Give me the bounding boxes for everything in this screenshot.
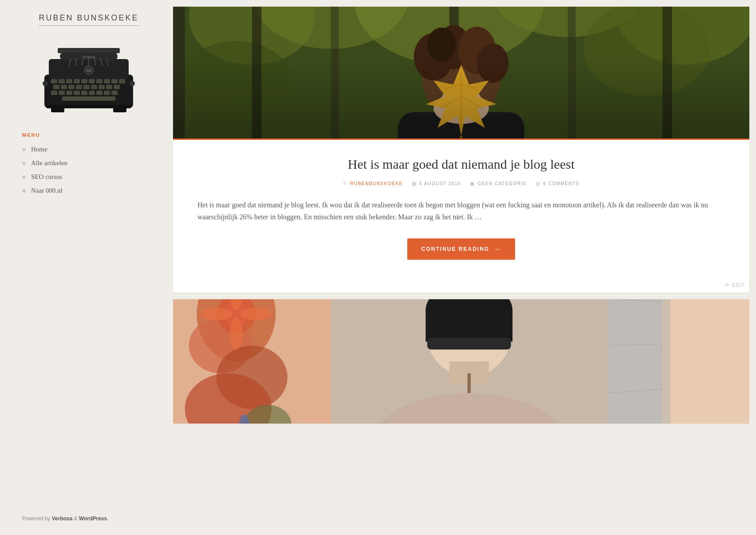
svg-rect-24 (51, 91, 57, 95)
svg-point-89 (201, 308, 232, 320)
sidebar-nav: MENU Home Alle artikelen SEO cursus Naar… (22, 132, 67, 212)
comments-icon: ▤ (536, 181, 541, 186)
continue-reading-label: CONTINUE READING (421, 246, 489, 252)
svg-point-88 (230, 318, 242, 350)
category-icon: ▣ (470, 181, 475, 186)
svg-rect-7 (66, 79, 72, 83)
svg-rect-21 (98, 85, 105, 89)
menu-label: MENU (22, 132, 67, 138)
sidebar: RUBEN BUNSKOEKE Verbosa (0, 0, 173, 535)
nav-link-home[interactable]: Home (31, 146, 47, 153)
date-value: 6 AUGUST 2016 (419, 181, 461, 186)
svg-rect-23 (114, 85, 120, 89)
svg-rect-33 (62, 96, 115, 101)
svg-rect-15 (53, 85, 59, 89)
nav-dot (22, 148, 26, 151)
svg-line-77 (461, 84, 477, 88)
svg-rect-29 (89, 91, 95, 95)
nav-link-naar-000[interactable]: Naar 000.nl (31, 187, 63, 194)
pencil-icon: ✏ (725, 282, 730, 288)
svg-point-90 (240, 308, 272, 320)
comments-value: 6 COMMENTS (543, 181, 579, 186)
svg-rect-30 (96, 91, 102, 95)
svg-point-54 (583, 7, 710, 96)
meta-category: ▣ GEEN CATEGORIE (470, 181, 527, 186)
svg-rect-10 (89, 79, 95, 83)
svg-rect-12 (104, 79, 110, 83)
nav-link-alle-artikelen[interactable]: Alle artikelen (31, 159, 67, 167)
svg-rect-58 (331, 7, 339, 139)
post-card-2 (173, 299, 749, 424)
powered-by: Powered by Verbosa & WordPress. (22, 515, 109, 522)
meta-date: ▦ 6 AUGUST 2016 (412, 181, 461, 186)
main-content: Het is maar goed dat niemand je blog lee… (173, 0, 756, 535)
svg-rect-102 (427, 338, 511, 350)
svg-rect-57 (252, 7, 261, 139)
wordpress-link[interactable]: WordPress (79, 515, 107, 522)
post-excerpt-1: Het is maar goed dat niemand je blog lee… (197, 199, 725, 223)
nav-item-seo-cursus[interactable]: SEO cursus (22, 173, 67, 181)
arrow-icon: → (494, 246, 501, 253)
edit-link-1[interactable]: ✏ EDIT (725, 282, 745, 288)
svg-rect-5 (51, 79, 57, 83)
post-card-1: Het is maar goed dat niemand je blog lee… (173, 7, 749, 293)
svg-rect-8 (74, 79, 80, 83)
svg-rect-20 (91, 85, 97, 89)
svg-rect-71 (441, 92, 481, 116)
svg-rect-14 (119, 79, 125, 83)
svg-rect-22 (106, 85, 112, 89)
author-icon: ✎ (343, 181, 348, 186)
nav-dot (22, 162, 26, 165)
category-value: GEEN CATEGORIE (478, 181, 527, 186)
svg-rect-43 (47, 105, 131, 108)
svg-rect-17 (68, 85, 75, 89)
svg-rect-19 (83, 85, 90, 89)
post-meta-1: ✎ RUBENBUNSKOEKE ▦ 6 AUGUST 2016 ▣ GEEN … (197, 181, 725, 186)
svg-rect-32 (111, 91, 118, 95)
continue-reading-wrapper: CONTINUE READING → (197, 238, 725, 260)
nav-dot (22, 175, 26, 179)
site-title: RUBEN BUNSKOEKE (39, 13, 138, 26)
svg-rect-63 (398, 112, 524, 139)
svg-point-55 (181, 41, 291, 120)
svg-rect-109 (607, 299, 670, 424)
svg-rect-18 (76, 85, 82, 89)
post-title-1: Het is maar goed dat niemand je blog lee… (197, 155, 725, 173)
edit-label: EDIT (732, 282, 745, 288)
svg-line-75 (461, 96, 481, 108)
typewriter-image: Verbosa (35, 35, 142, 119)
post-footer-1: ✏ EDIT (173, 282, 749, 293)
svg-rect-61 (662, 7, 672, 139)
nav-item-naar-000[interactable]: Naar 000.nl (22, 187, 67, 194)
svg-rect-6 (59, 79, 65, 83)
svg-rect-60 (568, 7, 576, 139)
post-hero-image-1 (173, 7, 749, 140)
nav-link-seo-cursus[interactable]: SEO cursus (31, 173, 62, 181)
svg-rect-16 (61, 85, 67, 89)
svg-rect-13 (111, 79, 118, 83)
svg-rect-27 (74, 91, 80, 95)
svg-point-69 (427, 28, 456, 62)
meta-author: ✎ RUBENBUNSKOEKE (343, 181, 403, 186)
post-body-1: Het is maar goed dat niemand je blog lee… (173, 140, 749, 282)
verbosa-link[interactable]: Verbosa (52, 515, 73, 522)
meta-comments: ▤ 6 COMMENTS (536, 181, 579, 186)
svg-point-70 (433, 92, 489, 124)
svg-line-74 (441, 96, 461, 108)
nav-item-alle-artikelen[interactable]: Alle artikelen (22, 159, 67, 167)
svg-point-44 (43, 81, 48, 86)
nav-item-home[interactable]: Home (22, 146, 67, 153)
author-value: RUBENBUNSKOEKE (350, 181, 402, 186)
post-hero-image-2 (173, 299, 749, 424)
svg-rect-25 (59, 91, 65, 95)
svg-rect-101 (425, 310, 512, 342)
nav-list: Home Alle artikelen SEO cursus Naar 000.… (22, 146, 67, 194)
nav-dot (22, 189, 26, 193)
calendar-icon: ▦ (412, 181, 417, 186)
svg-text:RB: RB (86, 69, 91, 73)
svg-point-68 (477, 44, 508, 83)
svg-line-76 (445, 84, 461, 88)
svg-point-62 (382, 128, 540, 139)
svg-rect-11 (96, 79, 102, 83)
continue-reading-button[interactable]: CONTINUE READING → (407, 238, 515, 260)
